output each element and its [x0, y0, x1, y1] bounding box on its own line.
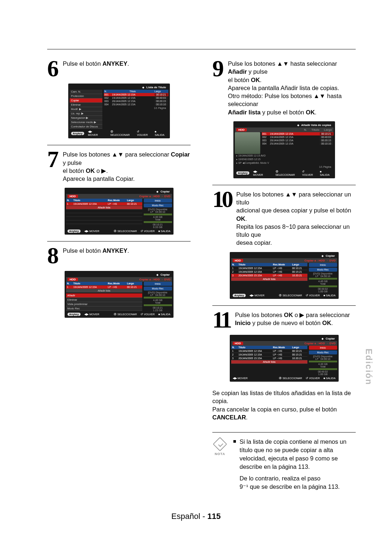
step-8: 8 Pulse el botón ANYKEY. [47, 246, 191, 265]
side-tab: Edición [364, 349, 374, 385]
step-num: 6 [47, 59, 58, 78]
top-rule [47, 49, 356, 49]
ss6-sidebar: Cam. N.ProtecciónCopiarEliminarModif. ▶L… [70, 90, 102, 129]
step-7: 7 Pulse los botones ▲▼ para seleccionar … [47, 150, 191, 183]
ss-title: Lista de Título [146, 86, 166, 89]
screenshot-8: Copiar HDDCopiar a : HDD → DVD N.TítuloR… [65, 271, 173, 318]
step-11: 11 Pulse los botones OK o ▶ para selecci… [212, 310, 356, 330]
step-num: 8 [47, 246, 58, 265]
page: 6 Pulse el botón ANYKEY. Lista de Título… [0, 0, 392, 540]
screenshot-10: Copiar HDDCopiar a : HDD → DVD N.TítuloR… [230, 252, 339, 299]
note-label: NOTA [212, 452, 228, 456]
note-block: NOTA Si la lista de copia contiene al me… [212, 432, 356, 491]
step-num: 10 [212, 190, 231, 247]
ss6-list: N.TítuloLargo 00119/JAN/2005 12:15A00:10… [104, 90, 168, 129]
step-num: 7 [47, 150, 58, 183]
step-text: Pulse los botones OK o ▶ para selecciona… [235, 310, 356, 330]
screenshot-9: Añadir lista de copias HDDN. Título Larg… [233, 121, 335, 178]
step-6: 6 Pulse el botón ANYKEY. [47, 59, 191, 78]
step-num: 11 [212, 310, 230, 330]
step-num: 9 [212, 59, 223, 116]
screenshot-6: Lista de Título Cam. N.ProtecciónCopiarE… [68, 84, 170, 138]
screenshot-7: Copiar HDDCopiar a : HDD → DVD N.TítuloR… [65, 188, 173, 235]
note-bullet-2a: De lo contrario, realiza el paso [233, 474, 356, 483]
page-footer: Español - 115 [0, 512, 392, 521]
columns: 6 Pulse el botón ANYKEY. Lista de Título… [47, 54, 356, 491]
post-11-text: Se copian las listas de títulos añadidas… [212, 388, 356, 421]
step-text: Pulse los botones ▲▼ hasta seleccionar A… [228, 59, 356, 116]
screenshot-11: Copiar HDDCopiar a : HDD → DVD N.TítuloR… [230, 335, 339, 382]
note-icon [213, 437, 227, 451]
note-bullet-1: Si la lista de copia contiene al menos u… [240, 438, 356, 471]
col-left: 6 Pulse el botón ANYKEY. Lista de Título… [47, 54, 191, 491]
step-10: 10 Pulse los botones ▲▼ para seleccionar… [212, 190, 356, 247]
step-text: Pulse los botones ▲▼ para seleccionar Co… [63, 150, 191, 183]
step-text: Pulse el botón ANYKEY. [63, 246, 191, 265]
preview-thumb [235, 132, 260, 154]
note-bullet-2b: 9⁻¹ que se describe en la página 113. [233, 483, 356, 491]
step-text: Pulse el botón ANYKEY. [63, 59, 191, 78]
col-right: 9 Pulse los botones ▲▼ hasta seleccionar… [212, 54, 356, 491]
step-text: Pulse los botones ▲▼ para seleccionar un… [236, 190, 356, 247]
step-9: 9 Pulse los botones ▲▼ hasta seleccionar… [212, 59, 356, 116]
